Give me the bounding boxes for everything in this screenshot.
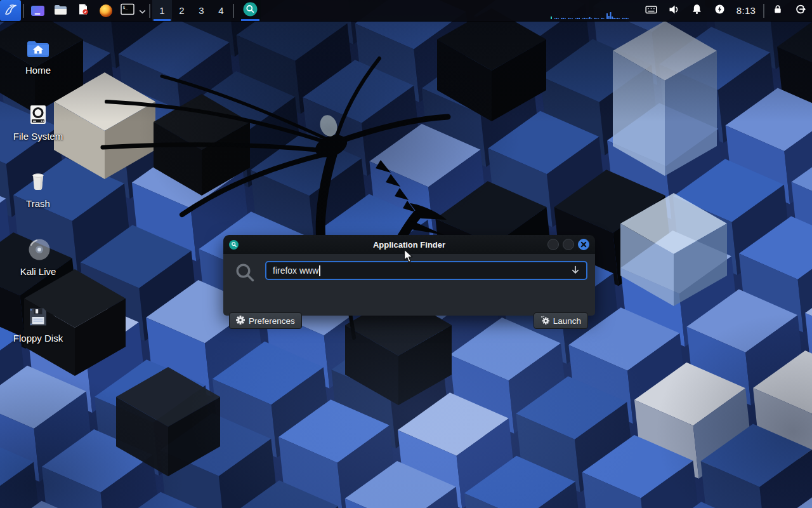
document-edit-icon (77, 3, 89, 18)
titlebar[interactable]: Application Finder (223, 235, 595, 254)
panel-separator (23, 4, 24, 18)
top-panel: $_ 1 2 3 4 (0, 0, 812, 22)
lock-screen-button[interactable] (766, 0, 789, 21)
desktop-icon-label: Floppy Disk (0, 333, 76, 344)
clock[interactable]: 8:13 (731, 5, 761, 16)
speaker-icon (669, 4, 679, 17)
desktop-icon-trash[interactable]: Trash (0, 170, 76, 209)
minimize-button[interactable] (547, 239, 559, 250)
workspace-label: 1 (159, 5, 164, 16)
preferences-button[interactable]: Preferences (229, 312, 302, 329)
workspace-label: 3 (199, 5, 204, 16)
panel-separator (149, 4, 150, 18)
desktop-gradient-icon (31, 6, 44, 16)
hard-disk-icon (25, 102, 51, 128)
preferences-label: Preferences (249, 316, 295, 326)
desktop-icon-label: Kali Live (0, 266, 76, 277)
folder-icon (54, 4, 67, 18)
applications-menu-button[interactable] (0, 0, 21, 21)
appfinder-window-icon (229, 240, 239, 250)
desktop-icon-file-system[interactable]: File System (0, 102, 76, 142)
cpu-history-graph[interactable] (551, 0, 629, 21)
gear-icon (236, 316, 245, 326)
maximize-button[interactable] (563, 239, 574, 250)
bell-icon (691, 4, 702, 17)
launcher-text-editor[interactable] (72, 0, 95, 21)
launcher-web-browser[interactable] (95, 0, 117, 21)
close-button[interactable] (578, 239, 589, 250)
power-bolt-icon (714, 4, 725, 17)
search-input-value: firefox www (273, 265, 318, 276)
terminal-icon: $_ (121, 3, 134, 18)
clock-text: 8:13 (737, 5, 756, 16)
volume-control[interactable] (662, 0, 685, 21)
launch-button[interactable]: Launch (534, 312, 588, 329)
terminal-dropdown-button[interactable] (138, 0, 147, 21)
application-finder-window: Application Finder fire (223, 235, 595, 316)
dialog-body: firefox www (223, 254, 595, 316)
keyboard-icon (645, 4, 657, 17)
workspace-button-2[interactable]: 2 (172, 0, 192, 21)
workspace-button-3[interactable]: 3 (192, 0, 211, 21)
launcher-file-manager[interactable] (49, 0, 72, 21)
workspace-label: 2 (179, 5, 184, 16)
desktop-icon-floppy-disk[interactable]: Floppy Disk (0, 304, 76, 344)
active-indicator (154, 19, 171, 21)
launcher-terminal[interactable]: $_ (117, 0, 138, 21)
launcher-desktop-settings[interactable] (26, 0, 49, 21)
desktop-icon-home[interactable]: Home (0, 36, 76, 76)
desktop-icon-label: Trash (0, 198, 76, 209)
search-icon (235, 262, 255, 285)
firefox-icon (100, 4, 112, 17)
desktop-icon-kali-live[interactable]: Kali Live (0, 237, 76, 277)
kali-desktop: $_ 1 2 3 4 (0, 0, 812, 508)
power-manager[interactable] (708, 0, 731, 21)
logout-arrow-icon (795, 4, 806, 17)
padlock-icon (773, 4, 783, 17)
dropdown-arrow-icon[interactable] (571, 265, 580, 276)
desktop-icon-label: Home (0, 65, 76, 76)
launch-label: Launch (553, 316, 581, 326)
window-title: Application Finder (223, 240, 595, 250)
kali-dragon-icon (3, 2, 18, 20)
desktop-icon-label: File System (0, 131, 76, 142)
optical-disc-icon (25, 237, 51, 263)
workspace-button-4[interactable]: 4 (211, 0, 231, 21)
panel-separator (763, 4, 764, 18)
keyboard-indicator[interactable] (639, 0, 662, 21)
floppy-disk-icon (25, 304, 51, 330)
text-caret (319, 265, 320, 276)
trash-can-icon (25, 170, 51, 195)
active-indicator (241, 19, 259, 21)
close-icon (580, 241, 587, 248)
workspace-label: 4 (218, 5, 223, 16)
panel-separator (233, 4, 234, 18)
search-icon (243, 2, 258, 19)
workspace-button-1[interactable]: 1 (152, 0, 172, 21)
log-out-button[interactable] (789, 0, 812, 21)
run-gear-icon (540, 316, 549, 326)
svg-text:$_: $_ (123, 5, 128, 10)
search-input[interactable]: firefox www (265, 261, 587, 280)
chevron-down-icon (139, 5, 146, 17)
notifications[interactable] (685, 0, 708, 21)
appfinder-panel-button[interactable] (240, 0, 261, 21)
home-folder-icon (25, 36, 51, 62)
